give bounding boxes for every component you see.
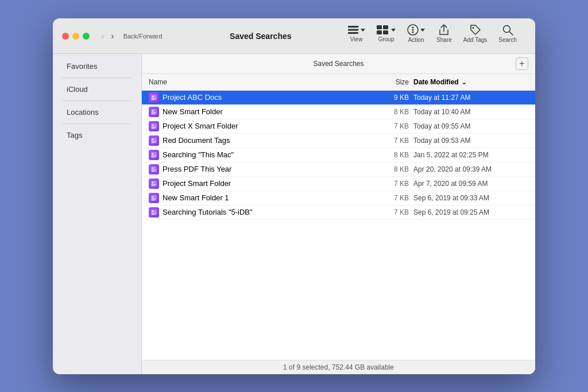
group-toolbar-item[interactable]: Group	[377, 25, 396, 42]
sidebar-item-tags[interactable]: Tags	[57, 128, 137, 142]
svg-rect-34	[152, 142, 154, 143]
file-size: 7 KB	[368, 137, 413, 145]
add-tags-toolbar-item[interactable]: Add Tags	[463, 24, 488, 43]
traffic-lights	[62, 33, 90, 40]
svg-rect-9	[383, 30, 388, 34]
svg-rect-41	[152, 170, 156, 170]
svg-rect-53	[152, 213, 156, 214]
pathbar: Saved Searches +	[142, 54, 535, 74]
table-row[interactable]: Project X Smart Folder 7 KB Today at 09:…	[142, 119, 535, 134]
file-name-cell: Searching Tutorials "5-iDB"	[149, 207, 368, 218]
toolbar: View Group	[347, 24, 526, 49]
file-date: Today at 11:27 AM	[413, 94, 528, 102]
file-name: Project Smart Folder	[163, 179, 231, 188]
close-button[interactable]	[62, 33, 69, 40]
table-row[interactable]: New Smart Folder 8 KB Today at 10:40 AM	[142, 105, 535, 119]
table-row[interactable]: Project Smart Folder 7 KB Apr 7, 2020 at…	[142, 177, 535, 191]
file-name: Project ABC Docs	[163, 93, 222, 102]
share-label: Share	[436, 37, 452, 43]
view-toolbar-item[interactable]: View	[347, 25, 365, 42]
sidebar-separator-1	[62, 77, 132, 78]
svg-rect-33	[152, 141, 156, 142]
file-name-cell: New Smart Folder 1	[149, 193, 368, 203]
svg-rect-0	[348, 26, 358, 28]
svg-point-40	[152, 167, 154, 169]
forward-button[interactable]: ›	[109, 30, 116, 42]
svg-rect-42	[152, 171, 154, 172]
file-name-cell: Searching "This Mac"	[149, 150, 368, 160]
svg-rect-54	[152, 214, 154, 215]
table-row[interactable]: Searching "This Mac" 8 KB Jan 5, 2022 at…	[142, 148, 535, 162]
file-list: Name Size Date Modified ⌄	[142, 74, 535, 360]
pathbar-title: Saved Searches	[161, 60, 516, 68]
file-name-cell: Project X Smart Folder	[149, 121, 368, 131]
sidebar-item-favorites[interactable]: Favorites	[57, 59, 137, 73]
main-panel: Saved Searches + Name Size Date Modified…	[142, 54, 535, 374]
search-icon	[502, 24, 513, 36]
group-icon	[377, 25, 396, 35]
back-button[interactable]: ‹	[99, 30, 106, 42]
svg-rect-49	[152, 199, 156, 199]
svg-point-16	[472, 27, 474, 29]
file-name-cell: Project ABC Docs	[149, 92, 368, 103]
file-date: Jan 5, 2022 at 02:25 PM	[413, 151, 528, 159]
sidebar-item-locations[interactable]: Locations	[57, 105, 137, 119]
svg-rect-29	[152, 127, 156, 127]
window-title: Saved Searches	[174, 32, 348, 41]
add-button[interactable]: +	[516, 57, 528, 70]
minimize-button[interactable]	[72, 33, 79, 40]
file-icon	[149, 121, 159, 131]
svg-point-48	[152, 196, 154, 197]
file-size: 7 KB	[368, 208, 413, 216]
file-name: New Smart Folder 1	[163, 193, 229, 202]
file-name-cell: Press PDF This Year	[149, 164, 368, 174]
file-name-cell: Red Document Tags	[149, 135, 368, 146]
add-tags-icon	[470, 24, 481, 36]
file-size: 7 KB	[368, 194, 413, 202]
action-toolbar-item[interactable]: Action	[407, 24, 425, 43]
file-date: Apr 20, 2020 at 09:39 AM	[413, 165, 528, 173]
file-icon	[149, 107, 159, 117]
sidebar-item-icloud[interactable]: iCloud	[57, 82, 137, 96]
file-date: Sep 6, 2019 at 09:25 AM	[413, 208, 528, 216]
svg-point-28	[152, 124, 154, 126]
file-size: 7 KB	[368, 122, 413, 130]
share-icon	[439, 24, 449, 36]
file-date: Today at 10:40 AM	[413, 108, 528, 116]
col-name-header[interactable]: Name	[149, 76, 368, 88]
svg-point-24	[152, 110, 154, 111]
col-size-header[interactable]: Size	[368, 76, 413, 88]
svg-rect-50	[152, 200, 154, 200]
svg-rect-26	[152, 114, 154, 114]
svg-marker-5	[361, 29, 365, 32]
file-size: 9 KB	[368, 94, 413, 102]
share-toolbar-item[interactable]: Share	[436, 24, 452, 43]
action-icon	[407, 24, 425, 36]
table-row[interactable]: New Smart Folder 1 7 KB Sep 6, 2019 at 0…	[142, 191, 535, 205]
svg-marker-3	[358, 25, 359, 27]
maximize-button[interactable]	[83, 33, 90, 40]
action-label: Action	[408, 37, 424, 43]
svg-rect-25	[152, 112, 156, 113]
col-date-header[interactable]: Date Modified ⌄	[413, 76, 528, 88]
file-icon	[149, 164, 159, 174]
file-size: 8 KB	[368, 108, 413, 116]
svg-point-52	[152, 210, 154, 212]
table-row[interactable]: Project ABC Docs 9 KB Today at 11:27 AM	[142, 91, 535, 105]
file-rows-container: Project ABC Docs 9 KB Today at 11:27 AM …	[142, 91, 535, 220]
svg-rect-30	[152, 128, 154, 129]
svg-rect-45	[152, 184, 156, 185]
search-label: Search	[498, 37, 517, 43]
view-label: View	[350, 36, 363, 42]
table-row[interactable]: Searching Tutorials "5-iDB" 7 KB Sep 6, …	[142, 205, 535, 220]
search-toolbar-item[interactable]: Search	[498, 24, 517, 43]
file-date: Today at 09:53 AM	[413, 137, 528, 145]
svg-rect-8	[377, 30, 382, 34]
file-name: Searching "This Mac"	[163, 150, 234, 159]
svg-rect-1	[348, 29, 358, 30]
svg-marker-4	[358, 28, 359, 30]
svg-marker-10	[391, 29, 396, 32]
table-row[interactable]: Press PDF This Year 8 KB Apr 20, 2020 at…	[142, 162, 535, 177]
table-row[interactable]: Red Document Tags 7 KB Today at 09:53 AM	[142, 134, 535, 148]
svg-point-12	[412, 26, 414, 28]
